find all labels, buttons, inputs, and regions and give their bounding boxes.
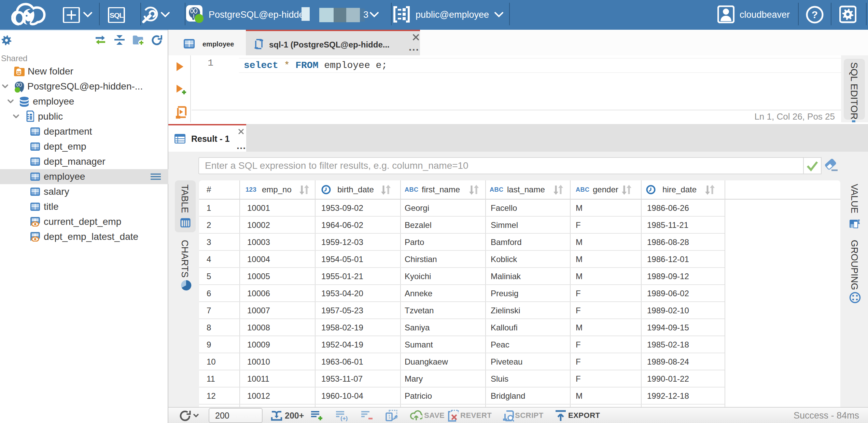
svg-text:(+): (+) [340, 415, 348, 421]
svg-text:SQL: SQL [110, 11, 124, 19]
svg-text:?: ? [812, 9, 818, 20]
